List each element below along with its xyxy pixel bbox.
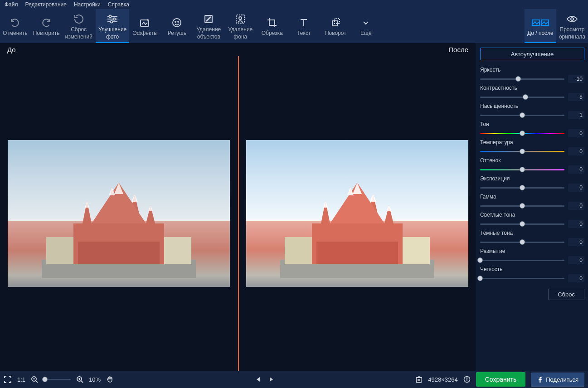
image-dimensions: 4928×3264 <box>428 376 457 383</box>
crop-button[interactable]: Обрезка <box>256 9 288 43</box>
share-button[interactable]: Поделиться <box>531 373 584 387</box>
slider-value[interactable]: 0 <box>568 147 584 155</box>
svg-marker-58 <box>270 377 273 382</box>
slider-value[interactable]: 0 <box>568 238 584 246</box>
slider-track[interactable] <box>480 151 564 152</box>
auto-enhance-button[interactable]: Автоулучшение <box>480 48 584 60</box>
slider-track[interactable] <box>480 242 564 243</box>
menu-bar: Файл Редактирование Настройки Справка <box>0 0 588 9</box>
redo-button[interactable]: Повторить <box>30 9 63 43</box>
slider-track[interactable] <box>480 115 564 116</box>
menu-file[interactable]: Файл <box>5 1 18 8</box>
slider-value[interactable]: 0 <box>568 274 584 282</box>
slider-thumb[interactable] <box>515 76 521 82</box>
effects-button[interactable]: Эффекты <box>129 9 161 43</box>
slider-row: Темные тона0 <box>480 230 584 246</box>
view-original-button[interactable]: Просмотр оригинала <box>556 9 588 43</box>
enhance-label-2: фото <box>106 34 119 40</box>
slider-value[interactable]: -10 <box>568 75 584 83</box>
undo-button[interactable]: Отменить <box>0 9 30 43</box>
retouch-button[interactable]: Ретушь <box>161 9 193 43</box>
reset-changes-button[interactable]: Сброс изменений <box>62 9 95 43</box>
svg-line-54 <box>81 381 83 383</box>
pan-button[interactable] <box>106 375 114 383</box>
slider-track[interactable] <box>480 169 564 170</box>
remove-bg-label-2: фона <box>233 34 247 40</box>
menu-edit[interactable]: Редактирование <box>25 1 67 8</box>
slider-thumb[interactable] <box>520 239 525 245</box>
slider-track[interactable] <box>480 78 564 80</box>
slider-value[interactable]: 1 <box>568 111 584 119</box>
remove-bg-button[interactable]: Удаление фона <box>224 9 256 43</box>
toolbar: Отменить Повторить Сброс изменений Улучш… <box>0 9 588 43</box>
slider-label: Гамма <box>480 194 584 200</box>
slider-track[interactable] <box>480 187 564 189</box>
slider-value[interactable]: 0 <box>568 220 584 228</box>
slider-thumb[interactable] <box>520 149 525 154</box>
slider-row: Контрастность8 <box>480 85 584 101</box>
slider-thumb[interactable] <box>520 203 525 209</box>
slider-row: Оттенок0 <box>480 157 584 174</box>
slider-value[interactable]: 0 <box>568 202 584 210</box>
svg-point-1 <box>109 15 112 17</box>
slider-label: Насыщенность <box>480 103 584 109</box>
canvas-content[interactable] <box>0 56 476 371</box>
enhance-button[interactable]: Улучшение фото <box>96 9 129 43</box>
zoom-in-button[interactable] <box>76 376 83 383</box>
slider-track[interactable] <box>480 97 564 98</box>
info-button[interactable] <box>463 376 471 383</box>
main-area: До После <box>0 43 588 371</box>
save-button[interactable]: Сохранить <box>476 372 526 387</box>
comparison-divider[interactable] <box>238 56 239 371</box>
slider-value[interactable]: 0 <box>568 256 584 264</box>
zoom-percent: 10% <box>89 376 101 383</box>
slider-track[interactable] <box>480 133 564 134</box>
slider-track[interactable] <box>480 278 564 279</box>
slider-track[interactable] <box>480 223 564 225</box>
undo-label: Отменить <box>3 30 28 36</box>
fit-button[interactable]: 1:1 <box>17 376 25 383</box>
enhance-label-1: Улучшение <box>98 26 126 33</box>
image-before <box>8 140 230 287</box>
slider-thumb[interactable] <box>523 94 528 100</box>
slider-row: Яркость-10 <box>480 67 584 83</box>
slider-thumb[interactable] <box>520 167 525 172</box>
slider-thumb[interactable] <box>520 131 525 136</box>
reset-changes-label-2: изменений <box>65 34 92 40</box>
before-after-button[interactable]: До / после <box>525 9 556 43</box>
effects-icon <box>139 16 151 29</box>
slider-value[interactable]: 0 <box>568 165 584 174</box>
menu-help[interactable]: Справка <box>108 1 129 8</box>
more-label: Ещё <box>360 30 372 36</box>
slider-value[interactable]: 0 <box>568 129 584 137</box>
bottom-bar: 1:1 10% 4928×3264 Сохранить Поделиться <box>0 371 588 388</box>
menu-settings[interactable]: Настройки <box>74 1 101 8</box>
rotate-button[interactable]: Поворот <box>320 9 351 43</box>
slider-thumb[interactable] <box>477 257 483 263</box>
slider-track[interactable] <box>480 260 564 261</box>
slider-thumb[interactable] <box>477 276 483 281</box>
eraser-icon <box>203 13 214 25</box>
reset-button[interactable]: Сброс <box>548 289 584 300</box>
more-button[interactable]: Ещё <box>351 9 380 43</box>
remove-objects-button[interactable]: Удаление объектов <box>193 9 224 43</box>
next-photo-button[interactable] <box>268 376 274 383</box>
slider-thumb[interactable] <box>520 221 525 227</box>
slider-row: Гамма0 <box>480 194 584 210</box>
svg-marker-32 <box>131 194 138 202</box>
text-button[interactable]: Текст <box>288 9 320 43</box>
slider-thumb[interactable] <box>520 185 525 190</box>
zoom-out-button[interactable] <box>31 376 38 383</box>
text-icon <box>298 16 309 29</box>
slider-track[interactable] <box>480 205 564 207</box>
prev-photo-button[interactable] <box>255 376 262 383</box>
fullscreen-button[interactable] <box>4 375 12 383</box>
delete-button[interactable] <box>415 375 423 383</box>
chevron-down-icon <box>361 16 370 29</box>
slider-thumb[interactable] <box>520 112 525 118</box>
zoom-slider[interactable] <box>44 379 71 380</box>
adjustments-panel: Автоулучшение Яркость-10Контрастность8На… <box>476 43 588 371</box>
slider-value[interactable]: 0 <box>568 184 584 192</box>
background-remove-icon <box>235 13 246 25</box>
slider-value[interactable]: 8 <box>568 93 584 101</box>
